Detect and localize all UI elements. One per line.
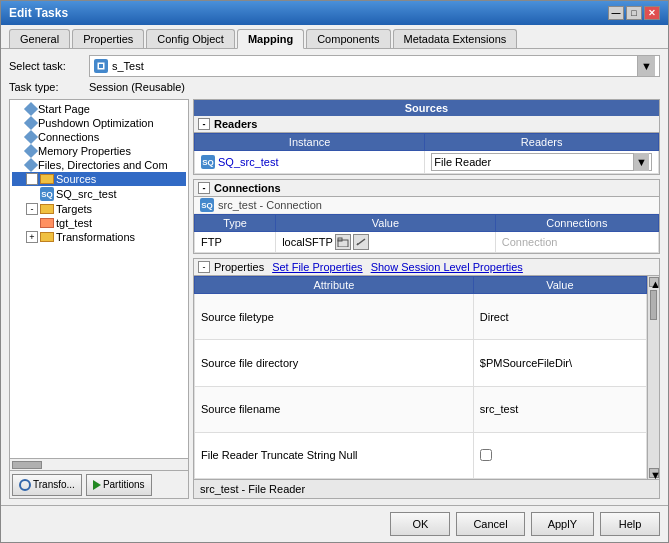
help-button[interactable]: Help: [600, 512, 660, 536]
table-row[interactable]: FTP localSFTP: [195, 232, 659, 253]
tab-components[interactable]: Components: [306, 29, 390, 48]
readers-col-readers: Readers: [425, 134, 659, 151]
readers-label: Readers: [214, 118, 257, 130]
tree-label-targets: Targets: [56, 203, 92, 215]
conn-ftp-cell: FTP: [201, 236, 269, 248]
transformations-button[interactable]: Transfo...: [12, 474, 82, 496]
task-name: s_Test: [112, 60, 144, 72]
expand-icon-transformations[interactable]: +: [26, 231, 38, 243]
main-split: Start Page Pushdown Optimization Connect…: [9, 99, 660, 499]
tab-properties[interactable]: Properties: [72, 29, 144, 48]
prop-scroll-area[interactable]: Attribute Value Source filetype Direct: [194, 276, 659, 479]
apply-button[interactable]: ApplY: [531, 512, 594, 536]
task-dropdown-arrow[interactable]: ▼: [637, 56, 655, 76]
tree-item-files[interactable]: Files, Directories and Com: [12, 158, 186, 172]
tree-scrollbar-h[interactable]: [10, 458, 188, 470]
tab-mapping[interactable]: Mapping: [237, 29, 304, 49]
prop-col-attribute: Attribute: [195, 277, 474, 294]
table-row[interactable]: SQ SQ_src_test File Reader ▼: [195, 151, 659, 174]
conn-edit-btn[interactable]: [353, 234, 369, 250]
sources-box: Sources - Readers Instance Readers: [193, 99, 660, 175]
tab-general[interactable]: General: [9, 29, 70, 48]
select-task-label: Select task:: [9, 60, 89, 72]
table-row[interactable]: Source filename src_test: [195, 386, 647, 432]
diamond-icon-mem: [24, 144, 38, 158]
prop-val-3: [473, 432, 646, 478]
conn-sub-label-text: src_test - Connection: [218, 199, 322, 211]
gear-icon-btn: [19, 479, 31, 491]
left-panel-bottom: Transfo... Partitions: [10, 470, 188, 498]
conn-sub-label: SQ src_test - Connection: [194, 197, 659, 214]
tree-item-memory[interactable]: Memory Properties: [12, 144, 186, 158]
ftp-type-value: FTP: [201, 236, 222, 248]
ok-button[interactable]: OK: [390, 512, 450, 536]
prop-col-value: Value: [473, 277, 646, 294]
browse-icon: [337, 237, 349, 247]
tree-label-start-page: Start Page: [38, 103, 90, 115]
title-bar-buttons: — □ ✕: [608, 6, 660, 20]
maximize-button[interactable]: □: [626, 6, 642, 20]
tree-item-start-page[interactable]: Start Page: [12, 102, 186, 116]
task-type-label: Task type:: [9, 81, 89, 93]
tree-area[interactable]: Start Page Pushdown Optimization Connect…: [10, 100, 188, 458]
conn-connection-cell[interactable]: Connection: [495, 232, 658, 253]
tree-item-tgt-test[interactable]: tgt_test: [12, 216, 186, 230]
scrollbar-thumb-v[interactable]: [650, 290, 657, 320]
conn-value-row: localSFTP: [282, 234, 489, 250]
connections-collapse-btn[interactable]: -: [198, 182, 210, 194]
close-button[interactable]: ✕: [644, 6, 660, 20]
file-reader-label: src_test - File Reader: [194, 479, 659, 498]
table-row[interactable]: File Reader Truncate String Null: [195, 432, 647, 478]
tab-config-object[interactable]: Config Object: [146, 29, 235, 48]
tree-item-connections[interactable]: Connections: [12, 130, 186, 144]
target-icon: [40, 218, 54, 228]
expand-icon-sources[interactable]: -: [26, 173, 38, 185]
title-bar: Edit Tasks — □ ✕: [1, 1, 668, 25]
set-file-properties-link[interactable]: Set File Properties: [272, 261, 362, 273]
connections-label: Connections: [214, 182, 281, 194]
sq-icon-conn: SQ: [200, 198, 214, 212]
tree-item-pushdown[interactable]: Pushdown Optimization: [12, 116, 186, 130]
readers-dropdown-arrow[interactable]: ▼: [633, 153, 649, 171]
tree-item-sq-src-test[interactable]: SQ SQ_src_test: [12, 186, 186, 202]
table-row[interactable]: Source filetype Direct: [195, 294, 647, 340]
expand-icon-targets[interactable]: -: [26, 203, 38, 215]
cancel-button[interactable]: Cancel: [456, 512, 524, 536]
show-session-level-link[interactable]: Show Session Level Properties: [371, 261, 523, 273]
truncate-string-null-checkbox[interactable]: [480, 449, 492, 461]
properties-scrollbar-v[interactable]: ▲ ▼: [647, 276, 659, 479]
partitions-btn-label: Partitions: [103, 479, 145, 490]
prop-attr-3: File Reader Truncate String Null: [195, 432, 474, 478]
readers-instance-cell: SQ SQ_src_test: [195, 151, 425, 174]
minimize-button[interactable]: —: [608, 6, 624, 20]
properties-collapse-btn[interactable]: -: [198, 261, 210, 273]
task-dropdown[interactable]: s_Test ▼: [89, 55, 660, 77]
conn-browse-btn[interactable]: [335, 234, 351, 250]
scrollbar-down-arrow[interactable]: ▼: [649, 468, 659, 478]
conn-col-type: Type: [195, 215, 276, 232]
readers-reader-cell[interactable]: File Reader ▼: [425, 151, 659, 174]
table-row[interactable]: Source file directory $PMSourceFileDir\: [195, 340, 647, 386]
conn-col-value: Value: [276, 215, 496, 232]
tree-item-targets[interactable]: - Targets: [12, 202, 186, 216]
scrollbar-up-arrow[interactable]: ▲: [649, 277, 659, 287]
bottom-bar: OK Cancel ApplY Help: [1, 505, 668, 542]
tree-item-transformations[interactable]: + Transformations: [12, 230, 186, 244]
edit-tasks-window: Edit Tasks — □ ✕ General Properties Conf…: [0, 0, 669, 543]
sources-header: Sources: [194, 100, 659, 116]
tab-metadata-extensions[interactable]: Metadata Extensions: [393, 29, 518, 48]
svg-line-4: [357, 239, 365, 245]
content-area: Select task: s_Test ▼ Task type: Session…: [1, 49, 668, 505]
properties-label: Properties: [214, 261, 264, 273]
partitions-button[interactable]: Partitions: [86, 474, 152, 496]
diamond-icon-files: [24, 158, 38, 172]
tree-item-sources[interactable]: - Sources: [12, 172, 186, 186]
connections-box: - Connections SQ src_test - Connection T…: [193, 179, 660, 254]
tree-label-tgt-test: tgt_test: [56, 217, 92, 229]
sq-icon-src: SQ: [40, 187, 54, 201]
select-task-row: Select task: s_Test ▼: [9, 55, 660, 77]
readers-dropdown[interactable]: File Reader ▼: [431, 153, 652, 171]
folder-icon-targets: [40, 204, 54, 214]
readers-collapse-btn[interactable]: -: [198, 118, 210, 130]
prop-header-links: Set File Properties Show Session Level P…: [272, 261, 523, 273]
